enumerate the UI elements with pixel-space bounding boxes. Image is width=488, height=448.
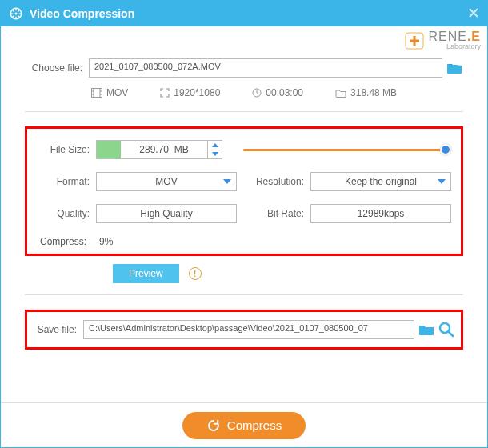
meta-format: MOV xyxy=(91,87,128,98)
svg-rect-4 xyxy=(91,89,94,98)
browse-input-button[interactable] xyxy=(446,59,463,77)
svg-rect-3 xyxy=(91,89,102,98)
warning-icon[interactable]: ! xyxy=(189,267,202,280)
preview-button[interactable]: Preview xyxy=(113,264,179,283)
titlebar: Video Compression xyxy=(1,1,487,26)
save-file-panel: Save file: C:\Users\Administrator\Deskto… xyxy=(25,310,463,350)
quality-field[interactable]: High Quality xyxy=(96,204,237,223)
choose-file-input[interactable]: 2021_0107_080500_072A.MOV xyxy=(89,58,442,78)
slider-thumb[interactable] xyxy=(440,144,451,155)
save-file-label: Save file: xyxy=(34,324,83,335)
file-meta-row: MOV 1920*1080 00:03:00 318.48 MB xyxy=(25,87,463,98)
save-file-input[interactable]: C:\Users\Administrator\Desktop\passage\V… xyxy=(83,320,414,339)
meta-size: 318.48 MB xyxy=(335,87,397,98)
app-window: Video Compression RENE.E Laboratory Choo… xyxy=(0,0,488,448)
choose-file-label: Choose file: xyxy=(25,62,89,74)
filesize-field[interactable]: 289.70 MB xyxy=(96,140,208,159)
resolution-label: Resolution: xyxy=(251,176,310,187)
chevron-down-icon xyxy=(223,179,231,184)
format-label: Format: xyxy=(37,176,96,187)
expand-icon xyxy=(160,88,170,98)
meta-duration: 00:03:00 xyxy=(252,87,303,98)
footer: Compress xyxy=(1,402,487,447)
chevron-down-icon xyxy=(438,179,446,184)
open-folder-button[interactable] xyxy=(438,322,454,338)
content-area: Choose file: 2021_0107_080500_072A.MOV M… xyxy=(1,26,487,350)
filesize-fill xyxy=(97,141,121,158)
compress-ratio: Compress: -9% xyxy=(37,236,451,247)
choose-file-row: Choose file: 2021_0107_080500_072A.MOV xyxy=(25,58,463,78)
window-title: Video Compression xyxy=(30,7,134,20)
bitrate-label: Bit Rate: xyxy=(251,208,310,219)
brand-logo-area: RENE.E Laboratory xyxy=(404,30,481,50)
spinner-down-icon[interactable] xyxy=(208,150,222,159)
filesize-slider[interactable] xyxy=(243,140,451,159)
bitrate-field[interactable]: 12989kbps xyxy=(310,204,451,223)
folder-small-icon xyxy=(335,89,346,98)
svg-line-12 xyxy=(449,332,453,336)
format-select[interactable]: MOV xyxy=(96,172,237,191)
app-icon xyxy=(9,6,23,21)
filesize-label: File Size: xyxy=(37,144,96,155)
brand-cross-icon xyxy=(404,30,425,50)
settings-panel: File Size: 289.70 MB Format: xyxy=(25,126,463,256)
clock-icon xyxy=(252,88,262,98)
meta-resolution: 1920*1080 xyxy=(160,87,220,98)
divider-1 xyxy=(25,111,463,112)
filesize-spinner[interactable] xyxy=(208,140,222,159)
film-icon xyxy=(91,88,102,98)
svg-rect-5 xyxy=(100,89,102,98)
compress-button[interactable]: Compress xyxy=(182,412,306,439)
refresh-icon xyxy=(206,418,221,433)
divider-2 xyxy=(25,294,463,295)
svg-point-1 xyxy=(15,13,18,15)
spinner-up-icon[interactable] xyxy=(208,141,222,150)
browse-output-button[interactable] xyxy=(418,321,435,338)
resolution-select[interactable]: Keep the original xyxy=(310,172,451,191)
quality-label: Quality: xyxy=(37,208,96,219)
close-button[interactable] xyxy=(465,4,482,22)
brand-name: RENE xyxy=(428,30,466,43)
